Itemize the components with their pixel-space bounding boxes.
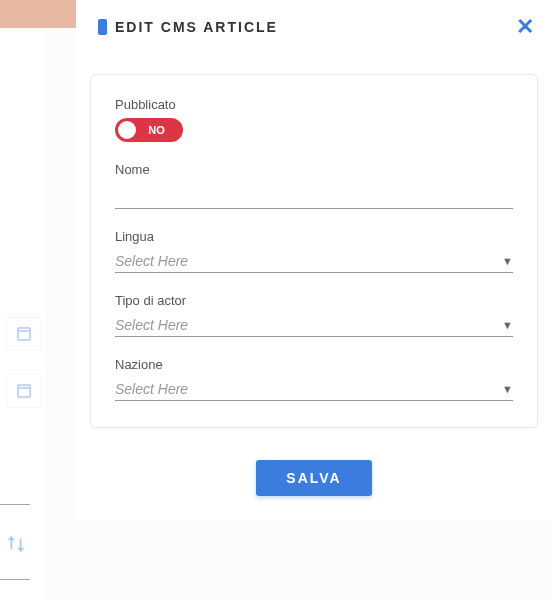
modal-edit-cms-article: EDIT CMS ARTICLE ✕ Pubblicato NO Nome Li… xyxy=(76,0,552,520)
toggle-value-label: NO xyxy=(136,124,183,136)
modal-footer: SALVA xyxy=(76,442,552,520)
chevron-down-icon: ▼ xyxy=(502,255,513,267)
label-pubblicato: Pubblicato xyxy=(115,97,513,112)
label-tipo: Tipo di actor xyxy=(115,293,513,308)
field-tipo: Tipo di actor Select Here ▼ xyxy=(115,293,513,337)
form-card: Pubblicato NO Nome Lingua Select Here ▼ … xyxy=(90,74,538,428)
input-nome[interactable] xyxy=(115,183,513,209)
field-nome: Nome xyxy=(115,162,513,209)
select-tipo-di-actor[interactable]: Select Here ▼ xyxy=(115,314,513,337)
select-lingua[interactable]: Select Here ▼ xyxy=(115,250,513,273)
chevron-down-icon: ▼ xyxy=(502,319,513,331)
toggle-knob xyxy=(118,121,136,139)
label-lingua: Lingua xyxy=(115,229,513,244)
select-placeholder: Select Here xyxy=(115,317,502,333)
field-pubblicato: Pubblicato NO xyxy=(115,97,513,142)
header-marker-icon xyxy=(98,19,107,35)
field-lingua: Lingua Select Here ▼ xyxy=(115,229,513,273)
label-nome: Nome xyxy=(115,162,513,177)
select-placeholder: Select Here xyxy=(115,253,502,269)
select-placeholder: Select Here xyxy=(115,381,502,397)
chevron-down-icon: ▼ xyxy=(502,383,513,395)
field-nazione: Nazione Select Here ▼ xyxy=(115,357,513,401)
close-icon: ✕ xyxy=(516,14,534,39)
select-nazione[interactable]: Select Here ▼ xyxy=(115,378,513,401)
toggle-pubblicato[interactable]: NO xyxy=(115,118,183,142)
modal-header: EDIT CMS ARTICLE ✕ xyxy=(76,0,552,48)
label-nazione: Nazione xyxy=(115,357,513,372)
save-button[interactable]: SALVA xyxy=(256,460,371,496)
modal-title: EDIT CMS ARTICLE xyxy=(115,19,512,35)
close-button[interactable]: ✕ xyxy=(512,16,538,38)
